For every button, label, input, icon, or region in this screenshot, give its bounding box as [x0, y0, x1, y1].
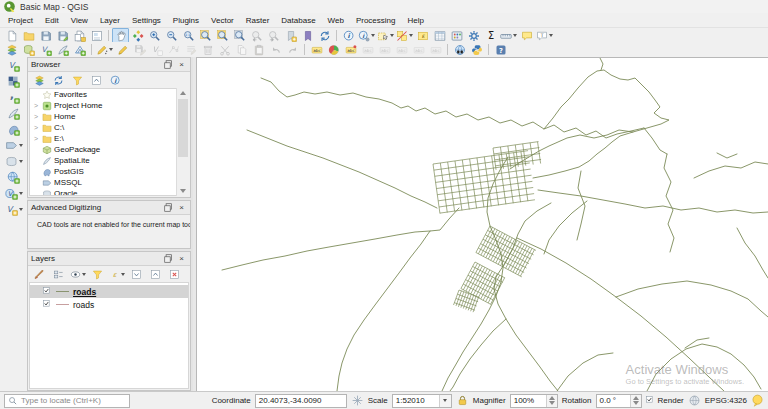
zoom-last[interactable] [248, 28, 265, 43]
scale-dropdown-icon[interactable] [439, 395, 451, 407]
modify-attributes[interactable] [182, 42, 199, 57]
toggle-editing[interactable] [114, 42, 131, 57]
manage-map-themes[interactable] [69, 267, 87, 282]
menu-plugins[interactable]: Plugins [167, 14, 205, 27]
show-layout-manager[interactable] [88, 28, 105, 43]
extents-toggle-icon[interactable] [351, 394, 364, 407]
browser-item-spatialite[interactable]: SpatiaLite [30, 155, 176, 166]
zoom-out[interactable] [163, 28, 180, 43]
help-contents[interactable]: ? [492, 42, 509, 57]
zoom-next[interactable] [265, 28, 282, 43]
render-checkbox[interactable]: Render [646, 396, 684, 405]
refresh-map[interactable] [316, 28, 333, 43]
zoom-to-layer[interactable] [231, 28, 248, 43]
menu-help[interactable]: Help [401, 14, 429, 27]
map-canvas[interactable]: Activate Windows Go to Settings to activ… [196, 57, 768, 391]
layer-visibility-checkbox[interactable] [43, 300, 52, 309]
scale-combo[interactable]: 1:52010 [392, 394, 452, 408]
copy-features[interactable] [233, 42, 250, 57]
float-panel-button[interactable] [163, 253, 174, 264]
processing-toolbox[interactable] [465, 28, 482, 43]
float-panel-button[interactable] [163, 202, 174, 213]
lock-scale-icon[interactable] [456, 394, 469, 407]
text-annotation[interactable]: T [535, 28, 554, 43]
add-spatialite-layer[interactable] [5, 106, 22, 121]
redo[interactable] [284, 42, 301, 57]
scroll-up-icon[interactable] [177, 88, 189, 98]
close-panel-button[interactable]: × [176, 59, 187, 70]
locate-search-input[interactable]: Type to locate (Ctrl+K) [4, 394, 130, 408]
scroll-thumb[interactable] [178, 99, 188, 157]
layer-visibility-checkbox[interactable] [43, 287, 52, 296]
map-tips[interactable] [518, 28, 535, 43]
undo[interactable] [267, 42, 284, 57]
measure-line[interactable] [499, 28, 518, 43]
close-panel-button[interactable]: × [176, 253, 187, 264]
change-label-properties[interactable]: abc [427, 42, 444, 57]
deselect-features[interactable] [395, 28, 414, 43]
browser-item-home[interactable]: >Home [30, 111, 176, 122]
expand-chevron-icon[interactable]: > [33, 113, 39, 120]
python-console[interactable] [468, 42, 485, 57]
add-group[interactable] [50, 267, 67, 282]
crs-globe-icon[interactable] [688, 394, 701, 407]
menu-vector[interactable]: Vector [205, 14, 240, 27]
scroll-down-icon[interactable] [177, 186, 189, 196]
add-oracle-layer[interactable] [4, 154, 24, 169]
layer-item-roads[interactable]: roads [30, 285, 188, 298]
open-attribute-table[interactable] [431, 28, 448, 43]
new-print-layout[interactable] [71, 28, 88, 43]
add-raster-layer[interactable] [5, 74, 22, 89]
add-vector-layer[interactable]: V [5, 58, 22, 73]
menu-raster[interactable]: Raster [240, 14, 276, 27]
layer-diagram-options[interactable] [325, 42, 342, 57]
filter-legend[interactable] [89, 267, 106, 282]
float-panel-button[interactable] [163, 59, 174, 70]
open-project[interactable] [20, 28, 37, 43]
expand-chevron-icon[interactable]: > [33, 135, 39, 142]
menu-settings[interactable]: Settings [126, 14, 167, 27]
field-calculator[interactable] [448, 28, 465, 43]
select-by-expression[interactable]: ε [414, 28, 431, 43]
magnifier-spinbox[interactable]: 100% [510, 394, 558, 408]
paste-features[interactable] [250, 42, 267, 57]
new-mesh-layer[interactable] [71, 42, 88, 57]
menu-view[interactable]: View [65, 14, 94, 27]
new-project[interactable] [3, 28, 20, 43]
move-label[interactable]: abc [393, 42, 410, 57]
zoom-in[interactable] [146, 28, 163, 43]
save-project[interactable] [37, 28, 54, 43]
rotation-spin-icons[interactable] [630, 395, 641, 407]
add-mssql-layer[interactable] [4, 138, 24, 153]
refresh-browser[interactable] [50, 73, 67, 88]
menu-database[interactable]: Database [275, 14, 321, 27]
identify-features[interactable]: i [340, 28, 357, 43]
show-hide-labels[interactable]: abc [376, 42, 393, 57]
browser-item-oracle[interactable]: Oracle [30, 188, 176, 196]
layer-labeling-options[interactable]: abc [308, 42, 325, 57]
new-spatialite-layer[interactable] [54, 42, 71, 57]
expand-chevron-icon[interactable]: > [33, 124, 39, 131]
messages-icon[interactable] [751, 394, 764, 407]
save-layer-edits[interactable] [131, 42, 148, 57]
add-delimited-text-layer[interactable]: , [5, 90, 22, 105]
pan-map[interactable] [112, 28, 129, 43]
rotation-spinbox[interactable]: 0.0 ° [596, 394, 642, 408]
new-spatial-bookmark[interactable] [282, 28, 299, 43]
add-wms-layer[interactable] [5, 170, 22, 185]
add-line-feature[interactable]: V [148, 42, 165, 57]
expand-chevron-icon[interactable]: > [33, 102, 39, 109]
browser-item-mssql[interactable]: MSSQL [30, 177, 176, 188]
run-feature-action[interactable]: i [357, 28, 376, 43]
save-project-as[interactable] [54, 28, 71, 43]
cut-features[interactable] [216, 42, 233, 57]
pan-to-selection[interactable] [129, 28, 146, 43]
open-data-source-manager[interactable] [3, 42, 20, 57]
layer-item-roads[interactable]: roads [30, 298, 188, 311]
open-layer-styling[interactable] [31, 267, 48, 282]
zoom-full-extent[interactable] [197, 28, 214, 43]
browser-item-project-home[interactable]: >Project Home [30, 100, 176, 111]
coordinate-field[interactable]: 20.4073,-34.0090 [255, 394, 347, 408]
new-shapefile-layer[interactable]: V [37, 42, 54, 57]
zoom-native[interactable]: 1:1 [180, 28, 197, 43]
